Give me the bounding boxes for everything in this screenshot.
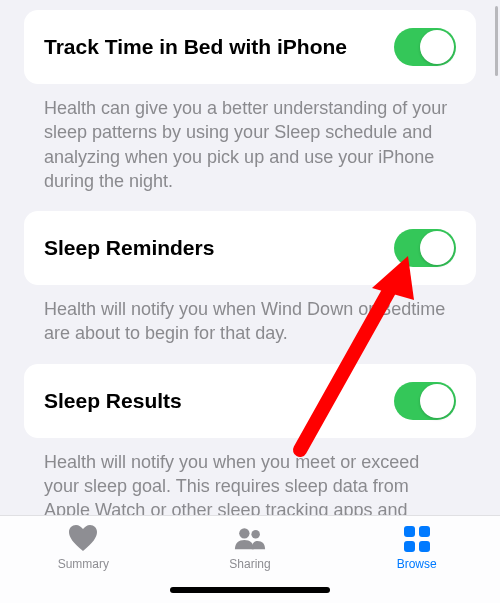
sleep-reminders-description: Health will notify you when Wind Down or… xyxy=(24,285,476,364)
tab-bar: Summary Sharing Browse xyxy=(0,515,500,603)
home-indicator[interactable] xyxy=(170,587,330,593)
tab-sharing[interactable]: Sharing xyxy=(200,524,300,571)
scrollbar[interactable] xyxy=(495,6,498,76)
toggle-knob xyxy=(420,384,454,418)
sleep-results-toggle[interactable] xyxy=(394,382,456,420)
tab-browse-label: Browse xyxy=(397,557,437,571)
toggle-knob xyxy=(420,231,454,265)
track-time-title: Track Time in Bed with iPhone xyxy=(44,34,357,60)
svg-point-4 xyxy=(251,530,259,538)
tab-summary-label: Summary xyxy=(58,557,109,571)
svg-rect-6 xyxy=(419,526,430,537)
sleep-reminders-title: Sleep Reminders xyxy=(44,235,224,261)
sleep-reminders-row: Sleep Reminders xyxy=(24,211,476,285)
grid-icon xyxy=(401,524,433,554)
svg-rect-5 xyxy=(404,526,415,537)
svg-rect-8 xyxy=(419,541,430,552)
track-time-in-bed-row: Track Time in Bed with iPhone xyxy=(24,10,476,84)
tab-browse[interactable]: Browse xyxy=(367,524,467,571)
track-time-description: Health can give you a better understandi… xyxy=(24,84,476,211)
svg-point-3 xyxy=(239,528,249,538)
sleep-results-row: Sleep Results xyxy=(24,364,476,438)
tab-sharing-label: Sharing xyxy=(229,557,270,571)
track-time-toggle[interactable] xyxy=(394,28,456,66)
svg-rect-7 xyxy=(404,541,415,552)
sleep-results-title: Sleep Results xyxy=(44,388,192,414)
tab-summary[interactable]: Summary xyxy=(33,524,133,571)
heart-icon xyxy=(67,524,99,554)
sleep-reminders-toggle[interactable] xyxy=(394,229,456,267)
settings-content: Track Time in Bed with iPhone Health can… xyxy=(0,0,500,565)
people-icon xyxy=(234,524,266,554)
toggle-knob xyxy=(420,30,454,64)
